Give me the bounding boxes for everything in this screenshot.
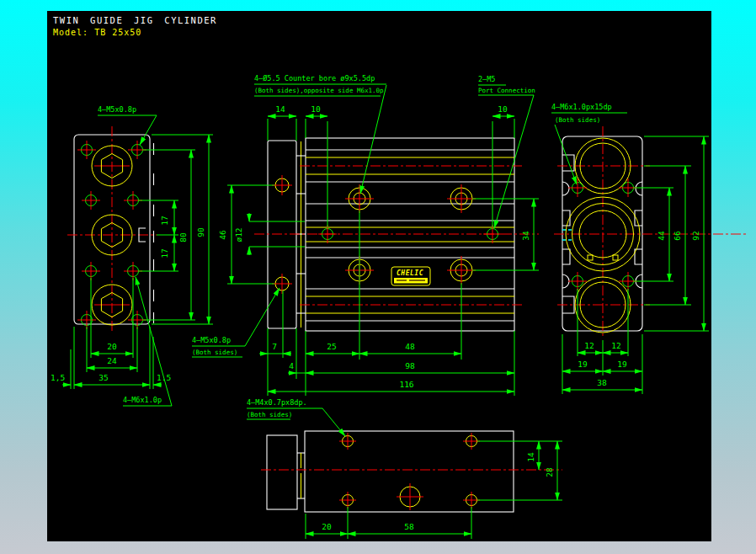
label-m6x15-1: 4–M6x1.0px15dp [551,103,612,111]
dim-10-right: 10 [498,104,508,114]
dim-12-right: 12 [611,341,620,350]
dim-b28: 28 [545,467,554,477]
dim-46: 46 [218,230,227,240]
dim-35: 35 [98,373,108,382]
dim-17-upper: 17 [160,216,169,225]
label-m5-top: 4–M5x0.8p [98,105,136,114]
label-counterbore-1: 4–Ø5.5 Counter bore ø9x5.5dp [254,74,375,83]
dim-7: 7 [272,342,277,351]
dim-38: 38 [597,378,607,387]
dim-b58: 58 [404,522,414,531]
dim-20: 20 [107,342,117,351]
label-port-1: 2–M5 [478,75,495,83]
dim-98: 98 [405,361,415,370]
dim-14: 14 [275,104,285,114]
label-port-2: Port Connection [478,87,535,94]
dim-b14: 14 [526,452,535,462]
dim-92: 92 [691,231,700,240]
label-m4-2: (Both sides) [247,411,292,418]
dim-10-left: 10 [311,104,321,114]
dim-19-right: 19 [617,360,627,369]
label-m6x15-2: (Both sides) [555,116,600,124]
label-counterbore-2: (Both sides),opposite side M6x1.0p [254,87,384,94]
label-m6-plate: 4–M6x1.0p [123,396,162,404]
brand-text: CHELIC [397,269,423,277]
dim-48: 48 [405,342,415,351]
label-m5-both-1: 4–M5x0.8p [192,336,231,344]
dim-1-5-left: 1,5 [51,373,65,382]
dim-116: 116 [399,380,413,389]
dim-4: 4 [289,361,294,370]
dim-dia12: ø12 [234,227,243,242]
dim-19-left: 19 [578,360,588,369]
dim-b20: 20 [322,522,332,531]
dim-17-lower: 17 [160,248,169,258]
dim-66: 66 [673,231,682,241]
label-m4-1: 4–M4x0.7px8dp. [247,398,307,407]
dim-34: 34 [521,231,530,241]
drawing-viewport[interactable]: TWIN GUIDE JIG CYLINDER Model: TB 25x50 [0,0,756,554]
label-m5-both-2: (Both sides) [192,349,237,356]
drawing-title: TWIN GUIDE JIG CYLINDER [53,15,217,25]
dim-80: 80 [178,232,188,242]
dim-25: 25 [327,342,336,351]
dim-12-left: 12 [584,341,594,350]
cad-viewer-window: TWIN GUIDE JIG CYLINDER Model: TB 25x50 [0,0,756,554]
dim-90: 90 [196,227,205,237]
dim-24: 24 [107,356,117,365]
model-label: Model: TB 25x50 [53,28,141,37]
dim-44: 44 [657,231,666,241]
